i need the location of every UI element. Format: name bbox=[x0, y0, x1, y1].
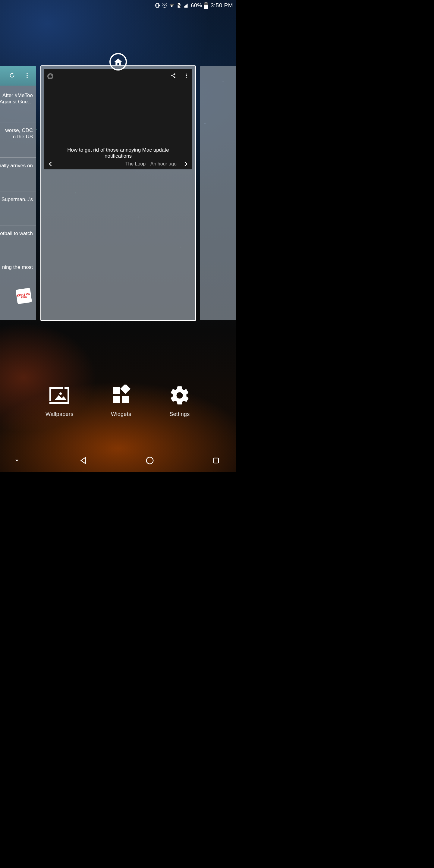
news-widget-header bbox=[0, 66, 36, 86]
svg-rect-20 bbox=[113, 396, 120, 403]
feedly-widget-toolbar bbox=[47, 72, 189, 81]
svg-rect-4 bbox=[187, 4, 188, 8]
news-row-text: ning the most bbox=[2, 264, 33, 270]
status-bar: 60% 3:50 PM bbox=[0, 0, 236, 11]
article-age: An hour ago bbox=[150, 161, 177, 166]
nav-caret-icon[interactable] bbox=[9, 453, 25, 468]
news-row[interactable]: es Superman...'s bbox=[0, 191, 36, 207]
more-icon[interactable] bbox=[184, 73, 189, 80]
news-row-text: es Superman...'s bbox=[0, 196, 33, 202]
svg-rect-23 bbox=[120, 384, 130, 394]
svg-point-9 bbox=[27, 75, 28, 76]
chevron-left-icon[interactable] bbox=[48, 161, 54, 167]
news-row-text: After #MeTooim Against Gue… bbox=[0, 93, 33, 104]
news-row[interactable]: After #MeTooim Against Gue… bbox=[0, 86, 36, 110]
svg-point-19 bbox=[59, 393, 62, 395]
settings-label: Settings bbox=[169, 411, 190, 417]
svg-point-17 bbox=[186, 77, 187, 78]
svg-point-13 bbox=[171, 75, 173, 76]
home-button[interactable] bbox=[142, 453, 158, 468]
feedly-widget[interactable]: How to get rid of those annoying Mac upd… bbox=[44, 69, 192, 169]
news-row[interactable]: ootball to watch bbox=[0, 225, 36, 241]
feedly-widget-content: How to get rid of those annoying Mac upd… bbox=[44, 147, 192, 167]
news-row-text: worse, CDCn the US bbox=[5, 127, 33, 140]
article-title[interactable]: How to get rid of those annoying Mac upd… bbox=[48, 147, 189, 161]
vibrate-icon bbox=[155, 3, 160, 8]
svg-rect-7 bbox=[205, 2, 207, 2]
article-meta: The Loop An hour ago bbox=[54, 161, 183, 167]
news-row[interactable]: worse, CDCn the US bbox=[0, 122, 36, 145]
svg-point-16 bbox=[186, 75, 187, 76]
home-panel-left[interactable]: After #MeTooim Against Gue… worse, CDCn … bbox=[0, 65, 37, 321]
svg-rect-21 bbox=[122, 396, 129, 403]
svg-point-10 bbox=[27, 77, 28, 78]
svg-point-14 bbox=[174, 76, 176, 78]
back-button[interactable] bbox=[75, 453, 91, 468]
home-panel-center[interactable]: How to get rid of those annoying Mac upd… bbox=[40, 65, 196, 321]
feedly-icon[interactable] bbox=[47, 73, 54, 80]
settings-icon bbox=[169, 384, 190, 406]
news-row[interactable]: ning the most bbox=[0, 259, 36, 275]
battery-percent: 60% bbox=[191, 2, 202, 9]
svg-rect-1 bbox=[184, 6, 185, 8]
home-icon bbox=[114, 57, 123, 66]
battery-icon bbox=[204, 2, 208, 8]
widgets-label: Widgets bbox=[111, 411, 131, 417]
news-widget-list[interactable]: After #MeTooim Against Gue… worse, CDCn … bbox=[0, 86, 36, 320]
home-indicator[interactable] bbox=[110, 53, 127, 70]
refresh-icon[interactable] bbox=[9, 72, 16, 80]
wifi-icon bbox=[169, 3, 175, 8]
kicksonfire-logo[interactable]: KICKS ON FIRE bbox=[16, 288, 32, 304]
svg-rect-22 bbox=[113, 387, 120, 394]
launcher-actions: Wallpapers Widgets Settings bbox=[0, 380, 236, 422]
home-panels-carousel[interactable]: After #MeTooim Against Gue… worse, CDCn … bbox=[0, 65, 236, 321]
svg-rect-25 bbox=[214, 458, 218, 463]
cell-signal-icon bbox=[184, 3, 189, 8]
news-row[interactable]: nally arrives on bbox=[0, 157, 36, 174]
home-panel-right[interactable] bbox=[199, 65, 236, 321]
settings-action[interactable]: Settings bbox=[169, 384, 190, 417]
wallpapers-action[interactable]: Wallpapers bbox=[45, 384, 73, 417]
no-sim-icon bbox=[176, 3, 182, 8]
share-icon[interactable] bbox=[170, 73, 176, 80]
chevron-right-icon[interactable] bbox=[183, 161, 189, 167]
article-source: The Loop bbox=[125, 161, 146, 166]
widgets-action[interactable]: Widgets bbox=[110, 384, 132, 417]
wallpapers-icon bbox=[49, 384, 70, 406]
more-icon[interactable] bbox=[24, 72, 30, 80]
news-row-text: nally arrives on bbox=[0, 163, 33, 168]
widgets-icon bbox=[110, 384, 132, 406]
system-nav-bar bbox=[0, 452, 236, 469]
svg-point-8 bbox=[27, 73, 28, 74]
svg-rect-2 bbox=[185, 5, 186, 8]
news-row-text: ootball to watch bbox=[0, 230, 33, 236]
panel-bg bbox=[200, 66, 236, 320]
svg-point-15 bbox=[186, 73, 187, 74]
svg-rect-3 bbox=[186, 4, 187, 8]
recents-button[interactable] bbox=[208, 453, 224, 468]
svg-point-12 bbox=[174, 73, 176, 75]
svg-rect-6 bbox=[204, 5, 208, 9]
status-clock: 3:50 PM bbox=[211, 2, 233, 9]
svg-point-24 bbox=[146, 457, 153, 464]
wallpapers-label: Wallpapers bbox=[45, 411, 73, 417]
news-widget-footer: KICKS ON FIRE bbox=[0, 289, 36, 312]
alarm-icon bbox=[162, 3, 167, 8]
